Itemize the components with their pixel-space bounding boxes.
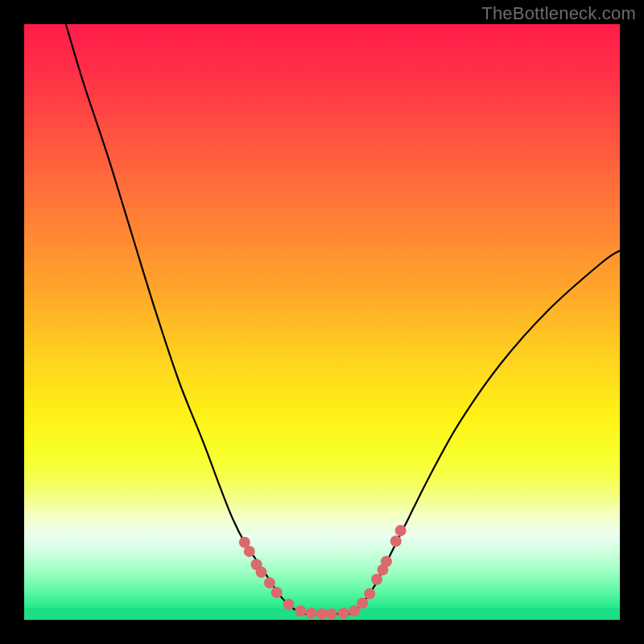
watermark-text: TheBottleneck.com <box>481 3 636 24</box>
data-point <box>357 597 368 609</box>
data-point <box>390 535 402 547</box>
data-point <box>364 588 375 599</box>
data-point <box>395 525 407 536</box>
data-point <box>326 609 337 620</box>
data-point <box>338 608 349 619</box>
data-point <box>283 599 295 610</box>
data-point <box>371 574 382 585</box>
data-point <box>349 605 360 617</box>
marker-group <box>239 525 407 620</box>
data-point <box>271 587 283 598</box>
plot-area <box>24 24 620 620</box>
chart-frame: TheBottleneck.com <box>0 0 644 644</box>
data-point <box>244 546 255 557</box>
curve-left <box>66 24 304 614</box>
curve-layer <box>24 24 620 620</box>
data-point <box>264 577 275 588</box>
data-point <box>256 567 267 578</box>
data-point <box>306 608 317 619</box>
data-point <box>295 605 306 617</box>
curve-right <box>352 250 620 613</box>
data-point <box>381 555 392 567</box>
